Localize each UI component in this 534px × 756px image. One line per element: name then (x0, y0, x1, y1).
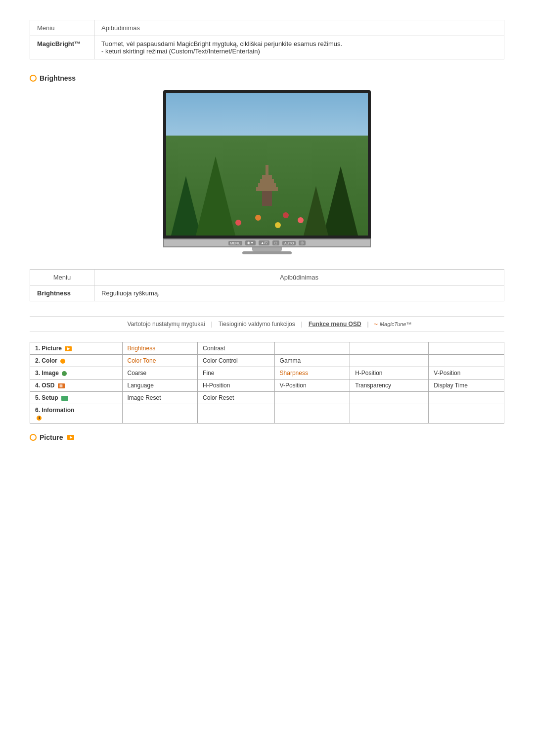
nav-brand-magictune[interactable]: ~ MagicTune™ (374, 320, 412, 328)
nav-separator-3: | (367, 321, 369, 328)
mid-table-col2-header: Apibūdinimas (94, 270, 504, 285)
nav-tab-direct-control[interactable]: Tiesioginio valdymo funkcijos (214, 320, 300, 329)
brightness-section-title: Brightness (30, 74, 504, 82)
setup-empty2 (350, 392, 429, 404)
image-reset-cell: Image Reset (122, 392, 198, 404)
transparency-cell: Transparency (350, 379, 429, 392)
magic-bright-label: MagicBright™ (30, 36, 94, 59)
table-row: 5. Setup Image Reset Color Reset (30, 392, 504, 404)
menu-grid-table: 1. Picture ▶ Brightness Contrast 2. Colo… (30, 342, 504, 424)
image-icon (62, 371, 67, 376)
picture-empty3 (429, 342, 504, 355)
mid-info-table: Meniu Apibūdinimas Brightness Reguliuoja… (30, 269, 504, 301)
setup-empty3 (429, 392, 504, 404)
picture-empty1 (274, 342, 350, 355)
setup-icon (61, 396, 68, 401)
magic-bright-desc: Tuomet, vėl paspausdami MagicBright mygt… (94, 36, 504, 59)
menu-item-picture: 1. Picture ▶ (30, 342, 123, 355)
pagoda-tier-4 (258, 183, 276, 187)
monitor-btn-down[interactable]: ◉▼ (245, 240, 256, 245)
nav-magictune-label: MagicTune™ (380, 321, 412, 327)
table-row: 3. Image Coarse Fine Sharpness H-Positio… (30, 367, 504, 379)
info-empty2 (198, 404, 274, 424)
sharpness-cell: Sharpness (274, 367, 350, 379)
flower-1 (235, 220, 241, 226)
top-table-col2-header: Apibūdinimas (94, 20, 504, 36)
info-empty1 (122, 404, 198, 424)
picture-empty2 (350, 342, 429, 355)
image-label: 3. Image (35, 370, 59, 377)
contrast-cell: Contrast (198, 342, 274, 355)
monitor-stand (252, 247, 282, 251)
picture-label: 1. Picture (35, 345, 62, 352)
menu-item-information: 6. Information ℹ (30, 404, 123, 424)
table-row: 6. Information ℹ (30, 404, 504, 424)
coarse-cell: Coarse (122, 367, 198, 379)
pagoda-tier-2 (262, 175, 272, 179)
monitor-controls: MENU ◉▼ ▲/▽ ◻ AUTO ◎ (163, 238, 371, 247)
brightness-cell: Brightness (122, 342, 198, 355)
picture-small-icon: ▶ (67, 435, 74, 440)
color-empty1 (350, 355, 429, 367)
color-reset-cell: Color Reset (198, 392, 274, 404)
monitor-container: MENU ◉▼ ▲/▽ ◻ AUTO ◎ (30, 90, 504, 254)
info-empty3 (274, 404, 350, 424)
pagoda (256, 165, 278, 206)
monitor-btn-menu[interactable]: MENU (228, 241, 243, 245)
monitor-foot (242, 251, 292, 254)
information-label: 6. Information (35, 407, 74, 414)
monitor: MENU ◉▼ ▲/▽ ◻ AUTO ◎ (163, 90, 371, 254)
tree-4 (304, 186, 328, 236)
nav-separator-2: | (301, 321, 303, 328)
brightness-row-label: Brightness (30, 285, 94, 301)
tree-3 (323, 166, 358, 236)
setup-empty1 (274, 392, 350, 404)
fine-cell: Fine (198, 367, 274, 379)
gamma-cell: Gamma (274, 355, 350, 367)
bottom-picture-section: Picture ▶ (30, 433, 504, 441)
info-empty4 (350, 404, 429, 424)
pagoda-tier-5 (256, 187, 278, 191)
osd-v-position-cell: V-Position (274, 379, 350, 392)
brightness-row-desc: Reguliuoja ryškumą. (94, 285, 504, 301)
picture-circle-icon (30, 434, 37, 441)
picture-title-text: Picture (40, 433, 63, 441)
monitor-btn-power[interactable]: ◎ (299, 240, 306, 245)
flower-2 (255, 215, 261, 221)
information-icon: ℹ (37, 416, 42, 421)
garden-background (166, 93, 368, 236)
magic-wave-icon: ~ (374, 320, 378, 328)
nav-tab-osd-menu[interactable]: Funkce menu OSD (304, 320, 366, 329)
pagoda-tier-3 (260, 179, 274, 183)
monitor-btn-select[interactable]: ◻ (272, 240, 279, 245)
top-info-table: Meniu Apibūdinimas MagicBright™ Tuomet, … (30, 20, 504, 59)
display-time-cell: Display Time (429, 379, 504, 392)
monitor-btn-updown[interactable]: ▲/▽ (259, 240, 269, 245)
nav-tab-user-settings[interactable]: Vartotojo nustatymų mygtukai (122, 320, 210, 329)
color-icon (60, 359, 65, 364)
osd-label: 4. OSD (35, 382, 54, 389)
flower-4 (298, 217, 304, 223)
top-table-col1-header: Meniu (30, 20, 94, 36)
picture-icon: ▶ (65, 346, 72, 351)
brightness-icon (30, 75, 37, 82)
color-tone-cell: Color Tone (122, 355, 198, 367)
color-empty2 (429, 355, 504, 367)
table-row: 1. Picture ▶ Brightness Contrast (30, 342, 504, 355)
mid-table-col1-header: Meniu (30, 270, 94, 285)
picture-section-title: Picture ▶ (30, 433, 504, 441)
monitor-screen (163, 90, 371, 238)
osd-h-position-cell: H-Position (198, 379, 274, 392)
monitor-btn-auto[interactable]: AUTO (282, 241, 296, 245)
table-row: 4. OSD ▤ Language H-Position V-Position … (30, 379, 504, 392)
language-cell: Language (122, 379, 198, 392)
info-empty5 (429, 404, 504, 424)
v-position-cell: V-Position (429, 367, 504, 379)
nav-separator-1: | (211, 321, 213, 328)
garden-trees (166, 137, 368, 236)
menu-item-image: 3. Image (30, 367, 123, 379)
menu-item-osd: 4. OSD ▤ (30, 379, 123, 392)
pagoda-base (262, 191, 272, 206)
pagoda-tier-1 (266, 165, 268, 175)
table-row: 2. Color Color Tone Color Control Gamma (30, 355, 504, 367)
